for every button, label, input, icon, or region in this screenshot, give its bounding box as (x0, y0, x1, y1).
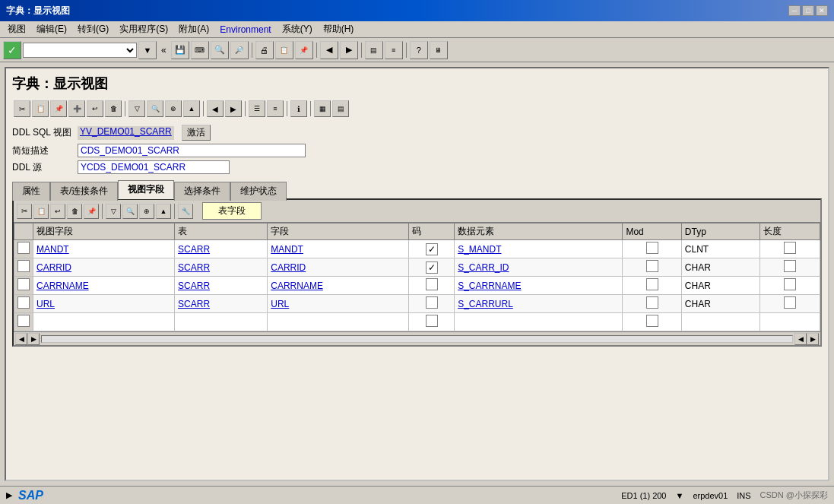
row-selector-cell[interactable] (14, 313, 33, 331)
h-scrollbar-track[interactable] (41, 335, 793, 343)
page-down-button[interactable]: ▶ (340, 41, 358, 59)
shortcut-button[interactable]: ⌨ (191, 41, 209, 59)
field-link[interactable]: CARRID (271, 262, 306, 273)
table-paste[interactable]: 📌 (84, 204, 99, 219)
table-up[interactable]: ▲ (156, 204, 171, 219)
length-checkbox[interactable] (784, 242, 796, 254)
data-elem-link[interactable]: S_CARRNAME (458, 281, 521, 291)
row-selector-checkbox[interactable] (17, 315, 30, 327)
mod-checkbox[interactable] (646, 260, 658, 272)
field-link[interactable]: CARRNAME (271, 281, 323, 291)
dict-delete[interactable]: 🗑 (105, 100, 122, 117)
data-elem-link[interactable]: S_CARRURL (458, 299, 513, 309)
table-cut[interactable]: ✂ (17, 204, 32, 219)
mod-cell[interactable] (623, 240, 681, 258)
mod-checkbox[interactable] (646, 315, 658, 327)
menu-utilities[interactable]: 实用程序(S) (115, 21, 173, 37)
dict-paste[interactable]: 📌 (50, 100, 67, 117)
length-checkbox[interactable] (784, 296, 796, 309)
view-field-link[interactable]: CARRID (36, 262, 71, 273)
scroll-left-btn[interactable]: ◀ (15, 333, 27, 345)
page-up-button[interactable]: ◀ (320, 41, 338, 59)
length-cell[interactable] (759, 240, 820, 258)
dict-append[interactable]: ➕ (68, 100, 85, 117)
ddl-src-input[interactable] (78, 160, 230, 174)
mod-checkbox[interactable] (646, 296, 658, 309)
tab-join[interactable]: 表/连接条件 (50, 182, 118, 201)
dict-copy[interactable]: 📋 (32, 100, 49, 117)
menu-edit[interactable]: 编辑(E) (32, 21, 71, 37)
menu-goto[interactable]: 转到(G) (73, 21, 113, 37)
check-button[interactable]: ✓ (3, 41, 21, 59)
data-elem-link[interactable]: S_CARR_ID (458, 262, 509, 273)
dict-search[interactable]: 🔍 (147, 100, 163, 117)
tab-view-fields[interactable]: 视图字段 (118, 180, 174, 199)
row-selector-checkbox[interactable] (17, 278, 30, 290)
code-checkbox[interactable]: ✓ (426, 262, 438, 274)
table-search[interactable]: 🔍 (122, 204, 138, 219)
scroll-right-btn[interactable]: ▶ (27, 333, 40, 345)
code-cell[interactable] (409, 277, 455, 295)
row-selector-cell[interactable] (14, 295, 33, 313)
table-insert-row[interactable]: ↩ (50, 204, 65, 219)
dict-grid1[interactable]: ▦ (314, 100, 331, 117)
length-checkbox[interactable] (784, 260, 796, 272)
row-selector-checkbox[interactable] (17, 296, 30, 309)
length-cell[interactable] (759, 295, 820, 313)
table-copy[interactable]: ⊕ (139, 204, 154, 219)
dict-nav-left[interactable]: ◀ (207, 100, 224, 117)
row-selector-cell[interactable] (14, 277, 33, 295)
table-filter[interactable]: ▽ (106, 204, 121, 219)
code-cell[interactable]: ✓ (409, 240, 455, 258)
mod-cell[interactable] (623, 313, 681, 331)
tab-attributes[interactable]: 属性 (12, 182, 50, 201)
dict-cut[interactable]: ✂ (14, 100, 30, 117)
field-link[interactable]: URL (271, 299, 289, 309)
scroll-end-left[interactable]: ◀ (794, 333, 807, 345)
dict-select-all[interactable]: ☰ (249, 100, 265, 117)
scroll-end-right[interactable]: ▶ (807, 333, 819, 345)
dropdown-arrow-status[interactable]: ▼ (675, 491, 683, 500)
tab-select-conditions[interactable]: 选择条件 (174, 182, 230, 201)
col-button[interactable]: ▤ (365, 41, 383, 59)
paste-button[interactable]: 📌 (295, 41, 313, 59)
maximize-button[interactable]: □ (802, 5, 814, 16)
back-arrows[interactable]: « (158, 43, 170, 57)
dict-copy2[interactable]: ⊕ (165, 100, 182, 117)
mod-checkbox[interactable] (646, 242, 658, 254)
row-selector-checkbox[interactable] (17, 242, 30, 254)
code-checkbox[interactable] (426, 278, 438, 290)
close-button[interactable]: ✕ (816, 5, 828, 16)
view-field-link[interactable]: URL (36, 299, 55, 309)
dict-nav-right[interactable]: ▶ (225, 100, 242, 117)
table-link[interactable]: SCARR (178, 281, 210, 291)
copy-button[interactable]: 📋 (275, 41, 293, 59)
menu-extras[interactable]: 附加(A) (174, 21, 214, 37)
table-link[interactable]: SCARR (178, 299, 210, 309)
row-selector-checkbox[interactable] (17, 260, 30, 272)
menu-view[interactable]: 视图 (3, 21, 30, 37)
row-selector-cell[interactable] (14, 240, 33, 258)
mod-cell[interactable] (623, 295, 681, 313)
code-checkbox[interactable] (426, 315, 438, 327)
menu-help[interactable]: 帮助(H) (319, 21, 359, 37)
view-field-link[interactable]: CARRNAME (36, 281, 89, 291)
length-cell[interactable] (759, 277, 820, 295)
table-info[interactable]: 🔧 (178, 204, 193, 219)
activate-button[interactable]: 激活 (182, 125, 211, 141)
dict-deselect[interactable]: ≡ (267, 100, 284, 117)
code-cell[interactable] (409, 313, 455, 331)
save-button[interactable]: 💾 (171, 41, 189, 59)
length-cell[interactable] (759, 313, 820, 331)
code-cell[interactable]: ✓ (409, 258, 455, 277)
dict-filter[interactable]: ▽ (128, 100, 145, 117)
help-button[interactable]: ? (410, 41, 428, 59)
menu-system[interactable]: 系统(Y) (277, 21, 317, 37)
view-field-link[interactable]: MANDT (36, 244, 69, 255)
data-elem-link[interactable]: S_MANDT (458, 244, 501, 255)
ddl-sql-value[interactable]: YV_DEMO01_SCARR (78, 126, 174, 140)
table-append-row[interactable]: 📋 (33, 204, 49, 219)
row-button[interactable]: ≡ (385, 41, 403, 59)
dict-insert[interactable]: ↩ (87, 100, 103, 117)
find-button[interactable]: 🔍 (211, 41, 229, 59)
